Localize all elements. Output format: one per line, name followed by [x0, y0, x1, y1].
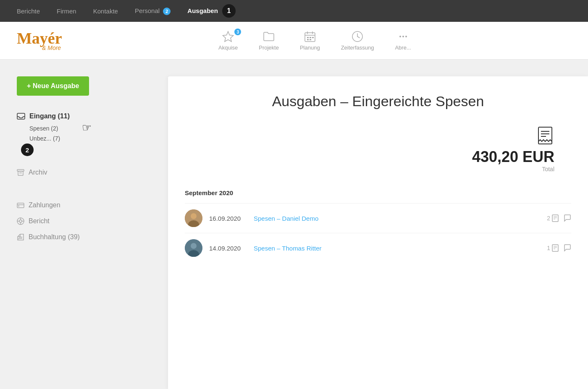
step-badge-2: 2 — [21, 144, 34, 156]
svg-rect-38 — [552, 215, 558, 222]
personal-badge: 2 — [163, 8, 171, 15]
main-panel: Ausgaben – Eingereichte Spesen 430,20 EU… — [168, 76, 588, 389]
nav-projekte[interactable]: Projekte — [259, 30, 279, 51]
svg-point-14 — [402, 36, 404, 37]
more-icon — [397, 30, 410, 43]
nav-zeiterfassung[interactable]: Zeiterfassung — [341, 30, 374, 51]
expense-icons-2: 1 — [547, 244, 571, 252]
cursor-area: Spesen (2) Unbez... (7) 2 ☞ — [17, 123, 143, 156]
svg-line-12 — [357, 37, 360, 38]
receipt-count-1: 2 — [547, 214, 559, 222]
svg-line-30 — [18, 238, 19, 239]
receipt-icon-small-2 — [552, 244, 559, 252]
expense-row-2[interactable]: 14.09.2020 Spesen – Thomas Ritter 1 — [185, 233, 571, 263]
secondary-nav-items: 3 Akquise Projekte — [218, 30, 411, 51]
svg-point-15 — [405, 36, 407, 37]
sidebar-eingang[interactable]: Eingang (11) — [17, 112, 143, 120]
sidebar-eingang-section: Eingang (11) Spesen (2) Unbez... (7) 2 ☞ — [17, 112, 143, 156]
secondary-nav: Mayér & More 3 Akquise Projekte — [0, 22, 588, 60]
new-ausgabe-button[interactable]: + Neue Ausgabe — [17, 76, 89, 96]
sidebar-archiv-section: Archiv — [17, 164, 143, 180]
expense-date-2: 14.09.2020 — [209, 245, 247, 252]
nav-planung[interactable]: Planung — [300, 30, 320, 51]
svg-point-36 — [191, 213, 197, 219]
zahlungen-label: Zahlungen — [29, 201, 60, 209]
svg-marker-0 — [223, 31, 234, 42]
receipt-icon-small — [552, 214, 559, 222]
sidebar-unbez[interactable]: Unbez... (7) — [17, 133, 143, 144]
calendar-icon — [304, 30, 316, 43]
nav-berichte[interactable]: Berichte — [17, 6, 40, 16]
nav-abre[interactable]: Abre... — [395, 30, 411, 51]
main-content: + Neue Ausgabe Eingang (11) Spesen (2) U… — [0, 60, 588, 389]
expense-icons-1: 2 — [547, 214, 571, 222]
eingang-label: Eingang (11) — [29, 112, 70, 120]
clock-icon — [351, 30, 364, 43]
svg-point-23 — [19, 220, 22, 222]
comment-icon-2 — [564, 244, 571, 252]
sidebar: + Neue Ausgabe Eingang (11) Spesen (2) U… — [0, 76, 160, 389]
svg-rect-6 — [310, 37, 311, 38]
nav-personal[interactable]: Personal 2 — [135, 5, 171, 17]
star-icon: 3 — [222, 30, 234, 43]
nav-akquise[interactable]: 3 Akquise — [218, 30, 238, 51]
expense-name-thomas[interactable]: Spesen – Thomas Ritter — [254, 245, 540, 252]
archiv-icon — [17, 169, 24, 176]
planung-label: Planung — [300, 44, 320, 51]
total-label: Total — [542, 166, 554, 172]
expense-row[interactable]: 16.09.2020 Spesen – Daniel Demo 2 — [185, 203, 571, 233]
abre-label: Abre... — [395, 44, 411, 51]
akquise-label: Akquise — [218, 44, 238, 51]
receipt-count-2: 1 — [547, 244, 559, 252]
logo-sub: & More — [42, 44, 109, 51]
inbox-icon — [17, 113, 25, 120]
buchhaltung-icon — [17, 233, 24, 241]
bericht-label: Bericht — [29, 217, 50, 225]
top-navigation: Berichte Firmen Kontakte Personal 2 Ausg… — [0, 0, 588, 22]
logo-name: Mayér — [17, 30, 109, 46]
folder-icon — [262, 30, 275, 43]
step-badge-1: 1 — [222, 4, 236, 18]
avatar-thomas — [185, 239, 202, 257]
avatar-daniel — [185, 209, 202, 227]
sidebar-archiv[interactable]: Archiv — [17, 164, 143, 180]
month-title: September 2020 — [185, 189, 571, 196]
nav-firmen[interactable]: Firmen — [57, 6, 76, 16]
logo: Mayér & More — [17, 30, 109, 51]
sidebar-bericht[interactable]: Bericht — [17, 213, 143, 229]
projekte-label: Projekte — [259, 44, 279, 51]
svg-rect-45 — [552, 245, 558, 251]
total-area: 430,20 EUR Total — [185, 126, 571, 172]
comment-icon-1 — [564, 214, 571, 222]
expense-date-1: 16.09.2020 — [209, 215, 247, 222]
svg-rect-8 — [310, 39, 311, 40]
svg-rect-7 — [307, 39, 309, 40]
page-title: Ausgaben – Eingereichte Spesen — [185, 93, 571, 110]
bericht-icon — [17, 217, 24, 225]
svg-rect-5 — [307, 37, 309, 38]
buchhaltung-label: Buchhaltung (39) — [29, 233, 80, 241]
month-section: September 2020 16.09.2020 Spesen – Danie… — [185, 189, 571, 263]
nav-kontakte[interactable]: Kontakte — [93, 6, 118, 16]
svg-rect-16 — [17, 113, 25, 119]
expense-name-daniel[interactable]: Spesen – Daniel Demo — [254, 215, 540, 222]
svg-rect-20 — [17, 203, 24, 208]
svg-rect-9 — [312, 37, 314, 38]
svg-rect-21 — [18, 206, 19, 206]
zahlungen-icon — [17, 201, 24, 209]
svg-rect-18 — [18, 171, 23, 175]
zeiterfassung-label: Zeiterfassung — [341, 44, 374, 51]
sidebar-buchhaltung[interactable]: Buchhaltung (39) — [17, 229, 143, 245]
total-amount: 430,20 EUR — [472, 148, 554, 166]
sidebar-zahlungen[interactable]: Zahlungen — [17, 197, 143, 213]
akquise-badge: 3 — [234, 29, 241, 35]
svg-point-13 — [399, 36, 401, 37]
sidebar-spesen[interactable]: Spesen (2) — [17, 123, 143, 133]
receipt-icon — [536, 126, 554, 145]
archiv-label: Archiv — [29, 169, 47, 176]
nav-ausgaben[interactable]: Ausgaben 1 — [187, 3, 236, 19]
svg-point-43 — [191, 243, 197, 249]
